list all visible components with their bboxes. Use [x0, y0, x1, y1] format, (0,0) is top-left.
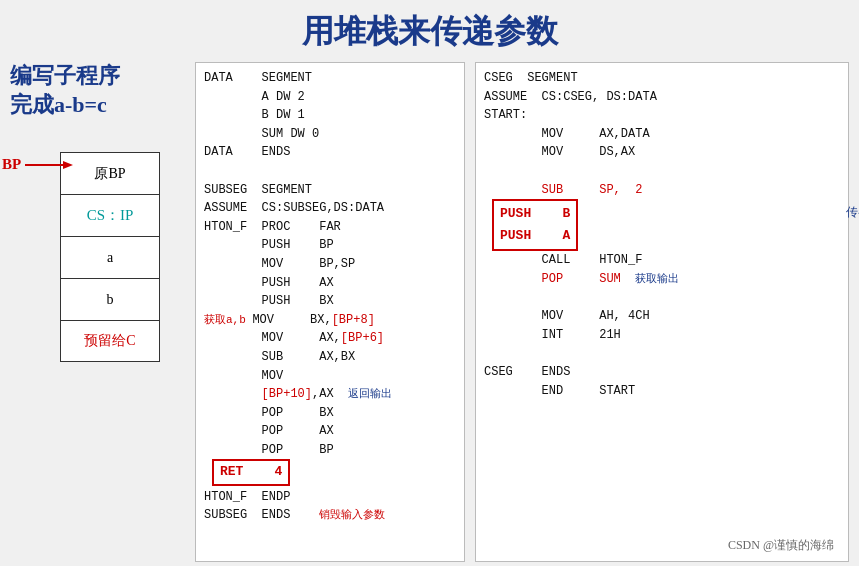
right-code: CSEG SEGMENT ASSUME CS:CSEG, DS:DATA STA…: [484, 69, 840, 199]
middle-code-end: HTON_F ENDP SUBSEG ENDS 销毁输入参数: [204, 488, 456, 525]
push-box-area: PUSH BPUSH A 传参: [492, 199, 840, 251]
stack-cell-b: b: [60, 278, 160, 320]
right-code2: CALL HTON_F POP SUM 获取输出 MOV AH, 4CH INT…: [484, 251, 840, 400]
main-title: 用堆栈来传递参数: [0, 0, 859, 62]
left-subtitle: 编写子程序 完成a-b=c: [10, 62, 185, 119]
ret-box-line: RET 4: [212, 459, 456, 485]
svg-marker-1: [63, 161, 73, 169]
stack-diagram: BP 原BP CS：IP a b 预留给C: [60, 152, 160, 362]
stack-cell-c: 预留给C: [60, 320, 160, 362]
stack-cell-a: a: [60, 236, 160, 278]
middle-panel: DATA SEGMENT A DW 2 B DW 1 SUM DW 0 DATA…: [195, 62, 465, 562]
chuancan-note: 传参: [846, 203, 859, 222]
left-panel: 编写子程序 完成a-b=c BP 原BP CS：IP a b 预留给C: [10, 62, 185, 562]
watermark: CSDN @谨慎的海绵: [728, 536, 834, 555]
bp-label: BP: [2, 156, 75, 173]
middle-code: DATA SEGMENT A DW 2 B DW 1 SUM DW 0 DATA…: [204, 69, 456, 459]
stack-cell-csip: CS：IP: [60, 194, 160, 236]
right-panel: CSEG SEGMENT ASSUME CS:CSEG, DS:DATA STA…: [475, 62, 849, 562]
